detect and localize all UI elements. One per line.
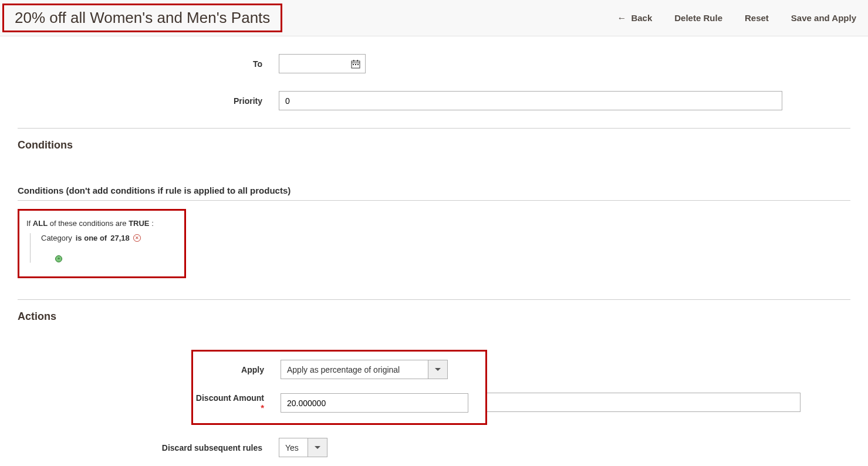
reset-button[interactable]: Reset bbox=[745, 13, 769, 23]
delete-rule-label: Delete Rule bbox=[674, 13, 722, 23]
divider-2 bbox=[18, 299, 850, 300]
conditions-divider bbox=[18, 200, 850, 201]
cond-value[interactable]: TRUE bbox=[129, 219, 149, 228]
chevron-down-icon bbox=[315, 446, 320, 449]
delete-rule-button[interactable]: Delete Rule bbox=[674, 13, 722, 23]
apply-select-arrow bbox=[428, 360, 448, 379]
page-title: 20% off all Women's and Men's Pants bbox=[15, 9, 270, 27]
cond-mid: of these conditions are bbox=[48, 219, 129, 228]
svg-rect-2 bbox=[353, 60, 354, 62]
to-row: To bbox=[18, 54, 850, 73]
chevron-down-icon bbox=[435, 368, 441, 371]
header-actions: ← Back Delete Rule Reset Save and Apply bbox=[617, 13, 856, 23]
apply-select-value: Apply as percentage of original bbox=[281, 360, 428, 379]
condition-root: If ALL of these conditions are TRUE : bbox=[26, 219, 177, 228]
discount-label: Discount Amount * bbox=[193, 393, 281, 413]
add-condition-icon[interactable]: + bbox=[55, 255, 62, 262]
discount-label-text: Discount Amount bbox=[196, 393, 264, 403]
back-button[interactable]: ← Back bbox=[617, 13, 652, 23]
discard-select-value: Yes bbox=[279, 438, 308, 457]
discard-label: Discard subsequent rules bbox=[18, 443, 279, 453]
priority-row: Priority bbox=[18, 91, 850, 110]
actions-highlight-box: Apply Apply as percentage of original Di… bbox=[191, 350, 487, 425]
back-arrow-icon: ← bbox=[617, 13, 626, 23]
reset-label: Reset bbox=[745, 13, 769, 23]
divider bbox=[18, 128, 850, 129]
svg-rect-6 bbox=[357, 64, 359, 65]
cond-op[interactable]: is one of bbox=[76, 234, 107, 242]
condition-item: Category is one of 27,18 ✕ bbox=[41, 234, 177, 242]
apply-row: Apply Apply as percentage of original bbox=[193, 360, 485, 379]
svg-rect-3 bbox=[357, 60, 359, 62]
cond-attr[interactable]: Category bbox=[41, 234, 72, 242]
to-date-input[interactable] bbox=[279, 54, 366, 73]
remove-condition-icon[interactable]: ✕ bbox=[133, 234, 141, 242]
discard-select[interactable]: Yes bbox=[279, 438, 327, 457]
cond-colon: : bbox=[150, 219, 154, 228]
priority-label: Priority bbox=[18, 96, 279, 106]
condition-children: Category is one of 27,18 ✕ + bbox=[30, 234, 177, 262]
calendar-icon bbox=[351, 59, 360, 69]
save-apply-label: Save and Apply bbox=[791, 13, 856, 23]
required-icon: * bbox=[261, 403, 264, 413]
apply-label: Apply bbox=[193, 365, 281, 374]
cond-if: If bbox=[26, 219, 33, 228]
discard-row: Discard subsequent rules Yes bbox=[18, 438, 850, 457]
to-label: To bbox=[18, 59, 279, 69]
save-and-apply-button[interactable]: Save and Apply bbox=[791, 13, 856, 23]
actions-heading: Actions bbox=[18, 310, 850, 323]
apply-select[interactable]: Apply as percentage of original bbox=[281, 360, 448, 379]
cond-categories[interactable]: 27,18 bbox=[110, 234, 130, 242]
conditions-heading: Conditions bbox=[18, 139, 850, 151]
page-header: 20% off all Women's and Men's Pants ← Ba… bbox=[0, 0, 868, 36]
conditions-highlight-box: If ALL of these conditions are TRUE : Ca… bbox=[18, 209, 186, 278]
discount-row: Discount Amount * bbox=[193, 393, 485, 413]
back-label: Back bbox=[631, 13, 652, 23]
conditions-subheading: Conditions (don't add conditions if rule… bbox=[18, 185, 850, 195]
discard-select-arrow bbox=[308, 438, 327, 457]
svg-rect-5 bbox=[355, 64, 356, 65]
page-title-highlight: 20% off all Women's and Men's Pants bbox=[2, 4, 282, 32]
cond-aggregator[interactable]: ALL bbox=[33, 219, 48, 228]
svg-rect-4 bbox=[353, 64, 354, 65]
priority-input[interactable] bbox=[279, 91, 782, 110]
discount-amount-input[interactable] bbox=[281, 393, 468, 413]
discount-input-extension bbox=[487, 393, 801, 412]
